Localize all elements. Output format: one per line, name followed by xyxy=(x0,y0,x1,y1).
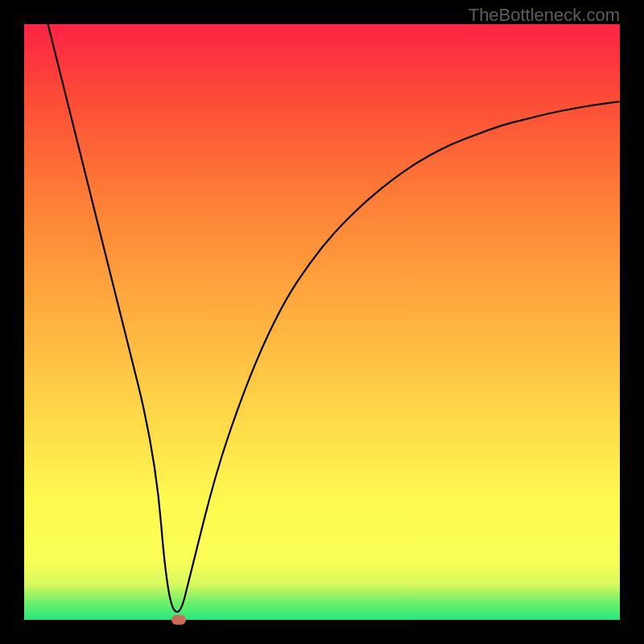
attribution-text: TheBottleneck.com xyxy=(469,5,620,26)
plot-area xyxy=(24,24,620,620)
chart-frame: TheBottleneck.com xyxy=(0,0,644,644)
bottleneck-curve xyxy=(24,24,620,620)
optimum-marker xyxy=(171,615,186,625)
